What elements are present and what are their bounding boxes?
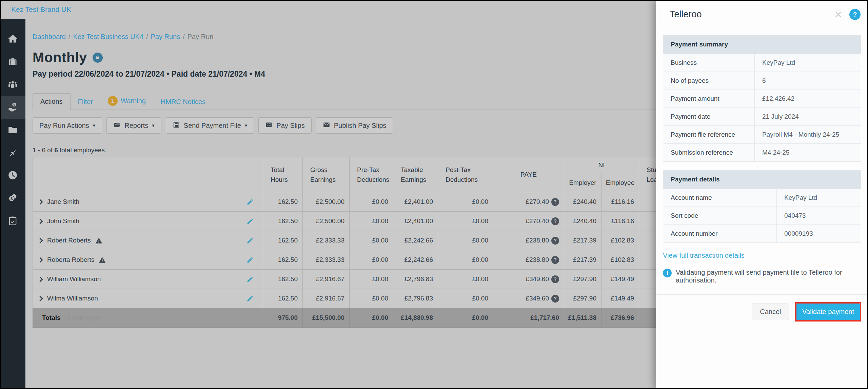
summary-row-date: Payment date21 July 2024 <box>663 108 861 125</box>
summary-row-submission-reference: Submission referenceM4 24-25 <box>663 143 861 161</box>
help-icon[interactable]: ? <box>849 9 861 20</box>
payment-summary-heading: Payment summary <box>663 35 861 54</box>
info-icon: i <box>663 269 672 277</box>
payment-details-table: Payment details Account nameKeyPay Ltd S… <box>663 170 861 243</box>
highlight-box: Validate payment <box>795 302 861 322</box>
summary-row-file-reference: Payment file referencePayroll M4 - Month… <box>663 125 861 143</box>
close-icon[interactable]: × <box>835 8 842 21</box>
validate-payment-button[interactable]: Validate payment <box>796 304 860 320</box>
view-transaction-details-link[interactable]: View full transaction details <box>663 252 745 259</box>
payment-details-heading: Payment details <box>663 170 861 189</box>
summary-row-amount: Payment amount£12,426.42 <box>663 90 861 108</box>
validation-info: i Validating payment will send payment f… <box>663 269 861 284</box>
summary-row-business: BusinessKeyPay Ltd <box>663 54 861 72</box>
summary-row-payees: No of payees6 <box>663 72 861 90</box>
panel-footer: Cancel Validate payment <box>656 294 868 322</box>
payment-summary-table: Payment summary BusinessKeyPay Ltd No of… <box>663 35 861 162</box>
telleroo-panel: Telleroo × ? Payment summary BusinessKey… <box>656 0 868 389</box>
panel-title: Telleroo <box>670 9 702 20</box>
details-row-account-name: Account nameKeyPay Ltd <box>663 189 861 207</box>
cancel-button[interactable]: Cancel <box>752 304 789 320</box>
details-row-account-number: Account number00009193 <box>663 225 861 242</box>
details-row-sort-code: Sort code040473 <box>663 207 861 225</box>
